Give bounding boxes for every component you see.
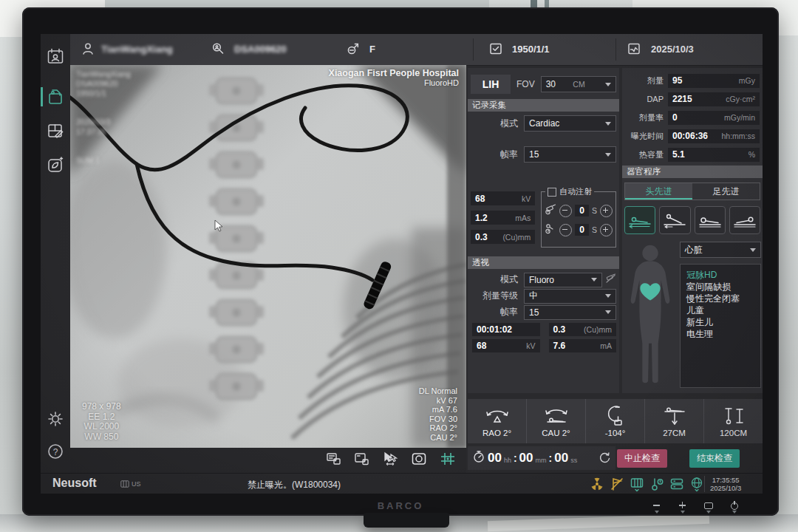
image-hospital-overlay: Xiaogan Fisrt People Hospital FluoroHD — [329, 68, 459, 87]
accession-search-icon — [211, 41, 225, 59]
patient-name: TianWangXiang — [101, 44, 173, 55]
record-fps-label: 帧率 — [468, 149, 524, 161]
program-item[interactable]: 儿童 — [686, 304, 760, 316]
svg-text:?: ? — [53, 447, 58, 457]
auto-inject-checkbox[interactable] — [548, 188, 556, 197]
record-mode-select[interactable]: Cardiac — [524, 115, 616, 132]
position-supine-button[interactable] — [624, 206, 655, 234]
auto-inject-label: 自动注射 — [559, 186, 592, 197]
review-icon[interactable] — [46, 121, 65, 140]
radiation-warning-icon[interactable] — [589, 476, 605, 494]
fluoro-mode-select[interactable]: Fluoro — [524, 273, 602, 287]
injector-disabled-icon[interactable] — [605, 273, 616, 287]
gantry-status-row: RAO 2° CAU 2° -104° 27CM 120CM — [468, 399, 763, 443]
finish-exam-button[interactable]: 结束检查 — [689, 449, 740, 468]
patient-registration-icon[interactable] — [46, 47, 65, 66]
fluoro-mode-label: 模式 — [468, 273, 524, 286]
settings-gear-icon[interactable] — [46, 409, 65, 429]
inject-delay-plus-button[interactable] — [600, 205, 613, 217]
cursor-measure-icon[interactable] — [382, 451, 398, 469]
tab-head-first[interactable]: 头先进 — [625, 183, 692, 200]
monitor-minus-button[interactable] — [652, 501, 661, 514]
kv-readout: 68kV — [471, 191, 535, 205]
inject-delay-unit: S — [592, 206, 597, 215]
monitor-controls — [652, 501, 738, 514]
image-technique-overlay: DL Normal kV 67 mA 7.6 FOV 30 RAO 2° CAU… — [419, 386, 457, 442]
acquisition-icon[interactable] — [46, 87, 65, 106]
lih-button[interactable]: LIH — [471, 75, 511, 94]
save-series-icon[interactable] — [354, 451, 369, 469]
program-item[interactable]: 冠脉HD — [686, 269, 760, 281]
fov-select[interactable]: 30 CM — [541, 76, 616, 92]
record-section-header: 记录采集 — [468, 99, 619, 112]
chevron-down-icon — [605, 83, 611, 86]
chevron-down-icon — [605, 153, 611, 157]
dose-row: DAP 2215cGy·cm² — [622, 91, 763, 107]
record-fps-select[interactable]: 15 — [524, 146, 616, 163]
fluoro-cu-readout: 0.3(Cu)mm — [549, 323, 617, 336]
abort-exam-button[interactable]: 中止检查 — [617, 449, 667, 468]
monitor-menu-button[interactable] — [704, 501, 712, 514]
storage-server-icon[interactable] — [669, 476, 685, 494]
collimator-grid-icon[interactable] — [440, 451, 456, 469]
fluoro-fps-select[interactable]: 15 — [524, 305, 616, 320]
body-program-area: 心脏 冠脉HD 室间隔缺损 慢性完全闭塞 儿童 新生儿 电生理 — [625, 242, 761, 391]
program-item[interactable]: 慢性完全闭塞 — [686, 293, 760, 304]
patient-icon — [81, 41, 95, 59]
chevron-down-icon — [605, 294, 611, 298]
fluoro-time-readout: 00:01:02 — [472, 323, 540, 336]
position-head-right-button[interactable] — [729, 206, 760, 234]
birthdate-calendar-icon — [488, 41, 503, 59]
fluoro-fps-label: 帧率 — [468, 306, 524, 318]
exposure-warning-text: 禁止曝光。(W1800034) — [248, 479, 341, 491]
save-image-icon[interactable] — [326, 451, 341, 469]
monitor-plus-button[interactable] — [678, 501, 686, 514]
program-item[interactable]: 新生儿 — [686, 316, 760, 328]
topbar: TianWangXiang DSA009620 F 1950/1/1 — [70, 34, 763, 66]
dose-level-select[interactable]: 中 — [524, 289, 616, 304]
exam-control-row: 00hh : 00mm : 00ss 中止检查 结束检查 — [468, 445, 763, 473]
acquisition-panel: LIH FOV 30 CM 记录采集 模式 Cardiac 帧率 — [468, 68, 619, 393]
exam-timer: 00hh : 00mm : 00ss — [468, 446, 615, 470]
collimator-blinds-icon[interactable] — [629, 476, 645, 494]
table-height-readout: 27CM — [644, 399, 703, 443]
xray-delay-plus-button[interactable] — [600, 224, 613, 236]
fluoroscopy-viewport[interactable]: TianWangXiang DSA009620 1950/1/1 2025/10… — [70, 65, 466, 448]
chevron-down-icon — [605, 310, 611, 314]
patient-position-buttons — [624, 206, 760, 234]
study-date: 2025/10/3 — [651, 44, 694, 55]
network-globe-icon[interactable] — [689, 476, 705, 494]
xray-delay-icon — [545, 222, 556, 237]
camera-snapshot-icon[interactable] — [411, 451, 427, 469]
monitor-power-button[interactable] — [730, 501, 738, 514]
status-bar: Neusoft US 禁止曝光。(W1800034) 17:35:55 — [41, 473, 763, 494]
body-region-select[interactable]: 心脏 — [680, 242, 761, 258]
position-incline-button[interactable] — [659, 206, 690, 234]
dose-row: 热容量 5.1% — [622, 146, 763, 163]
screen: ? TianWangXiang DSA009620 F — [41, 34, 763, 494]
flag-mute-icon[interactable] — [609, 476, 625, 494]
probe-indicator[interactable]: US — [120, 480, 141, 488]
help-icon[interactable]: ? — [46, 442, 65, 461]
image-processing-icon[interactable] — [46, 155, 65, 174]
program-item[interactable]: 电生理 — [686, 328, 760, 340]
xray-delay-minus-button[interactable] — [559, 224, 572, 236]
inject-delay-minus-button[interactable] — [559, 205, 572, 217]
body-silhouette[interactable] — [625, 242, 675, 391]
dose-row: 剂量率 0mGy/min — [622, 109, 763, 126]
chevron-down-icon — [605, 122, 611, 126]
active-indicator — [41, 87, 43, 106]
fluoro-ma-readout: 7.6mA — [549, 339, 617, 352]
timer-reset-icon[interactable] — [598, 451, 611, 466]
thermometer-icon[interactable] — [649, 476, 665, 494]
monitor: ? TianWangXiang DSA009620 F — [22, 7, 779, 516]
system-tray — [589, 476, 705, 494]
gender-value: F — [369, 44, 375, 55]
tab-feet-first[interactable]: 足先进 — [692, 183, 760, 200]
organ-section-header: 器官程序 — [622, 166, 763, 178]
cran-caud-readout: CAU 2° — [526, 399, 585, 443]
gender-icon — [345, 41, 361, 60]
position-head-left-button[interactable] — [695, 206, 726, 234]
program-item[interactable]: 室间隔缺损 — [686, 281, 760, 293]
auto-inject-group: 自动注射 0 S 0 S — [541, 191, 616, 248]
